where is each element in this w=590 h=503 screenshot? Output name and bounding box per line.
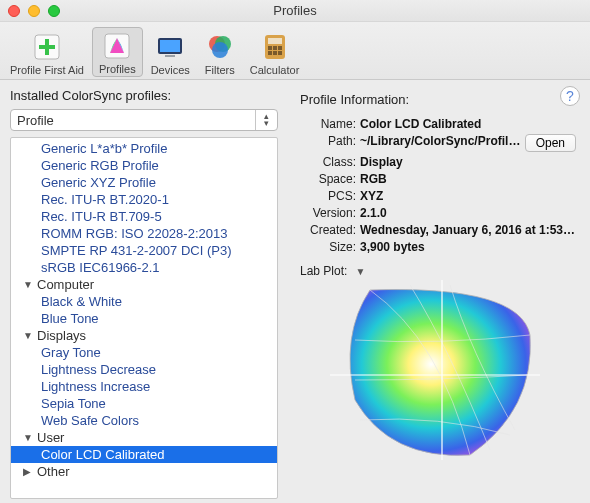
list-item-label: Black & White [41, 294, 122, 309]
toolbar-profiles[interactable]: Profiles [92, 27, 143, 77]
list-item-label: Blue Tone [41, 311, 99, 326]
list-item-label: Web Safe Colors [41, 413, 139, 428]
toolbar-label: Calculator [250, 64, 300, 76]
list-item-label: Lightness Increase [41, 379, 150, 394]
window-title: Profiles [273, 3, 316, 18]
dropdown-value: Profile [11, 110, 255, 130]
toolbar-profile-first-aid[interactable]: Profile First Aid [4, 29, 90, 77]
profiles-icon [101, 30, 133, 62]
profile-item[interactable]: SMPTE RP 431-2-2007 DCI (P3) [11, 242, 277, 259]
profile-item[interactable]: Sepia Tone [11, 395, 277, 412]
calculator-icon [259, 31, 291, 63]
profile-group[interactable]: ▼User [11, 429, 277, 446]
profile-item[interactable]: Color LCD Calibrated [11, 446, 277, 463]
list-item-label: Gray Tone [41, 345, 101, 360]
info-label-name: Name: [292, 117, 356, 131]
svg-rect-16 [273, 46, 277, 50]
disclosure-triangle-icon[interactable]: ▼ [23, 432, 37, 443]
info-label-pcs: PCS: [292, 189, 356, 203]
list-item-label: sRGB IEC61966-2.1 [41, 260, 160, 275]
profile-item[interactable]: Generic XYZ Profile [11, 174, 277, 191]
profile-item[interactable]: sRGB IEC61966-2.1 [11, 259, 277, 276]
info-value-class: Display [360, 155, 576, 169]
open-button[interactable]: Open [525, 134, 576, 152]
chevron-up-down-icon: ▴▾ [255, 110, 277, 130]
profile-group[interactable]: ▶Other [11, 463, 277, 480]
info-value-size: 3,900 bytes [360, 240, 576, 254]
list-item-label: Computer [37, 277, 94, 292]
info-value-space: RGB [360, 172, 576, 186]
list-item-label: Sepia Tone [41, 396, 106, 411]
info-value-path: ~/Library/ColorSync/Profiles... [360, 134, 521, 152]
svg-rect-14 [268, 38, 282, 44]
info-value-name: Color LCD Calibrated [360, 117, 576, 131]
list-item-label: Generic XYZ Profile [41, 175, 156, 190]
profile-item[interactable]: ROMM RGB: ISO 22028-2:2013 [11, 225, 277, 242]
svg-rect-20 [278, 51, 282, 55]
profile-info-grid: Name: Color LCD Calibrated Path: ~/Libra… [292, 117, 576, 254]
profile-item[interactable]: Black & White [11, 293, 277, 310]
toolbar-label: Devices [151, 64, 190, 76]
svg-rect-2 [39, 45, 55, 49]
list-item-label: Displays [37, 328, 86, 343]
help-button[interactable]: ? [560, 86, 580, 106]
profile-column-dropdown[interactable]: Profile ▴▾ [10, 109, 278, 131]
toolbar-label: Filters [205, 64, 235, 76]
info-label-space: Space: [292, 172, 356, 186]
toolbar-devices[interactable]: Devices [145, 29, 196, 77]
svg-rect-17 [278, 46, 282, 50]
info-label-version: Version: [292, 206, 356, 220]
toolbar-label: Profiles [99, 63, 136, 75]
info-label-path: Path: [292, 134, 356, 152]
labplot-label: Lab Plot: [300, 264, 347, 278]
list-item-label: Color LCD Calibrated [41, 447, 165, 462]
disclosure-triangle-icon[interactable]: ▼ [23, 279, 37, 290]
disclosure-triangle-icon[interactable]: ▼ [355, 266, 369, 277]
disclosure-triangle-icon[interactable]: ▶ [23, 466, 37, 477]
list-item-label: Rec. ITU-R BT.709-5 [41, 209, 162, 224]
profile-item[interactable]: Web Safe Colors [11, 412, 277, 429]
profile-group[interactable]: ▼Displays [11, 327, 277, 344]
list-item-label: User [37, 430, 64, 445]
minimize-icon[interactable] [28, 5, 40, 17]
profiles-tree[interactable]: Generic L*a*b* ProfileGeneric RGB Profil… [10, 137, 278, 499]
info-label-class: Class: [292, 155, 356, 169]
profile-item[interactable]: Blue Tone [11, 310, 277, 327]
profile-item[interactable]: Gray Tone [11, 344, 277, 361]
profile-item[interactable]: Lightness Decrease [11, 361, 277, 378]
info-label-created: Created: [292, 223, 356, 237]
toolbar-calculator[interactable]: Calculator [244, 29, 306, 77]
list-item-label: Generic RGB Profile [41, 158, 159, 173]
profile-item[interactable]: Generic RGB Profile [11, 157, 277, 174]
disclosure-triangle-icon[interactable]: ▼ [23, 330, 37, 341]
profile-item[interactable]: Generic L*a*b* Profile [11, 140, 277, 157]
toolbar-filters[interactable]: Filters [198, 29, 242, 77]
list-item-label: SMPTE RP 431-2-2007 DCI (P3) [41, 243, 232, 258]
first-aid-icon [31, 31, 63, 63]
profile-group[interactable]: ▼Computer [11, 276, 277, 293]
svg-rect-19 [273, 51, 277, 55]
svg-rect-8 [160, 40, 180, 52]
close-icon[interactable] [8, 5, 20, 17]
list-item-label: Other [37, 464, 70, 479]
svg-rect-15 [268, 46, 272, 50]
info-value-created: Wednesday, January 6, 2016 at 1:53:4... [360, 223, 576, 237]
window-controls [8, 5, 60, 17]
profile-item[interactable]: Rec. ITU-R BT.709-5 [11, 208, 277, 225]
profile-item[interactable]: Rec. ITU-R BT.2020-1 [11, 191, 277, 208]
svg-point-12 [212, 42, 228, 58]
zoom-icon[interactable] [48, 5, 60, 17]
window-titlebar: Profiles [0, 0, 590, 22]
toolbar: Profile First Aid Profiles Devices Filte… [0, 22, 590, 80]
list-item-label: Generic L*a*b* Profile [41, 141, 167, 156]
lab-plot[interactable] [330, 280, 540, 460]
profile-item[interactable]: Lightness Increase [11, 378, 277, 395]
info-label-size: Size: [292, 240, 356, 254]
info-value-version: 2.1.0 [360, 206, 576, 220]
installed-profiles-heading: Installed ColorSync profiles: [10, 88, 278, 103]
svg-rect-18 [268, 51, 272, 55]
info-value-pcs: XYZ [360, 189, 576, 203]
list-item-label: Rec. ITU-R BT.2020-1 [41, 192, 169, 207]
list-item-label: ROMM RGB: ISO 22028-2:2013 [41, 226, 227, 241]
profile-info-heading: Profile Information: [300, 92, 582, 107]
